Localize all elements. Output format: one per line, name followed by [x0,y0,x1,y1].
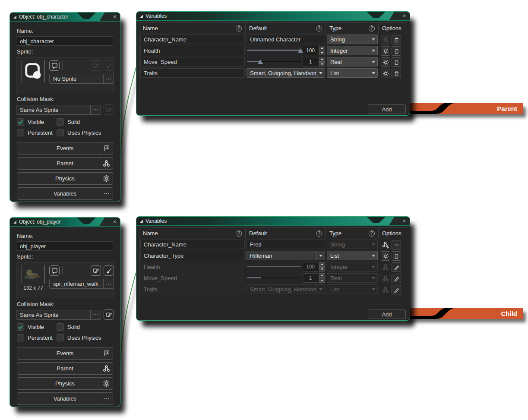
spinner-down-icon[interactable] [319,278,325,283]
variable-name-cell[interactable]: Traits [140,284,245,294]
collision-mask-dropdown[interactable]: Same As Sprite ⋯ [16,105,101,115]
window-titlebar[interactable]: Variables × [136,12,410,21]
sprite-thumbnail[interactable] [22,60,45,82]
resize-grip[interactable] [255,115,292,116]
help-icon[interactable]: ? [236,25,242,32]
collapse-icon[interactable] [13,221,16,224]
spinner-down-icon[interactable] [319,267,325,272]
chevron-down-icon[interactable] [316,251,325,260]
physics-button[interactable]: Physics [17,377,113,390]
collapse-icon[interactable] [140,15,143,18]
collision-mask-dropdown[interactable]: Same As Sprite ⋯ [16,310,101,320]
edit-image-button[interactable] [91,265,101,276]
physics-button[interactable]: Physics [17,172,113,185]
variable-name-cell[interactable]: Traits [140,68,245,78]
chevron-down-icon[interactable] [316,69,325,77]
collapse-icon[interactable] [140,220,143,223]
persistent-checkbox[interactable] [17,129,24,136]
events-button[interactable]: Events [17,347,113,360]
visible-checkbox[interactable] [17,323,24,331]
default-number-input[interactable]: 1 [303,57,318,66]
default-value-slider[interactable] [247,57,302,66]
spinner-up-icon[interactable] [319,57,325,62]
parent-x-icon[interactable] [381,240,390,249]
pencil-button[interactable] [392,274,401,283]
spinner-up-icon[interactable] [319,262,325,267]
flag-icon[interactable] [100,347,113,360]
slider-handle-icon[interactable] [258,60,263,64]
physics-icon[interactable] [100,172,113,185]
close-icon[interactable]: × [403,13,406,19]
variable-name-cell[interactable]: Move_Speed [140,273,245,283]
pencil-button[interactable] [392,262,401,272]
default-value-input[interactable]: Fred [247,240,325,249]
variable-type-dropdown[interactable]: List [327,68,378,78]
variable-type-dropdown[interactable]: List [327,251,378,260]
trash-button[interactable] [392,46,401,56]
default-number-input[interactable]: 100 [303,262,318,272]
gear-button[interactable] [381,57,390,67]
trash-button[interactable] [392,251,401,261]
close-icon[interactable]: × [113,14,116,19]
uses-physics-checkbox[interactable] [57,334,64,341]
new-sprite-button[interactable] [49,265,60,276]
variable-type-dropdown[interactable]: String [327,35,378,44]
visible-checkbox[interactable] [17,118,24,126]
sprite-select-dropdown[interactable]: No Sprite ⋯ [49,74,114,84]
close-icon[interactable]: × [403,218,406,224]
ellipsis-icon[interactable]: ⋯ [103,74,114,83]
ellipsis-icon[interactable]: ⋯ [103,279,114,288]
trash-button[interactable] [392,69,401,78]
help-icon[interactable]: ? [369,231,375,237]
spinner-up-icon[interactable] [319,273,325,278]
default-value-input[interactable]: Unnamed Character [247,35,325,44]
ellipsis-icon[interactable]: ⋯ [90,310,101,319]
chevron-down-icon[interactable] [369,35,377,44]
minus-button[interactable] [392,240,401,249]
variable-type-dropdown[interactable]: Integer [327,46,378,55]
default-value-dropdown[interactable]: Rifleman [247,251,325,260]
pencil-button[interactable] [392,285,401,294]
gear-button[interactable] [381,46,390,56]
trash-button[interactable] [392,35,401,44]
object-name-input[interactable]: obj_player [16,241,114,251]
close-icon[interactable]: × [113,219,116,224]
sprite-thumbnail[interactable] [22,265,45,284]
physics-icon[interactable] [100,377,113,390]
variable-name-cell[interactable]: Move_Speed [140,57,245,66]
variables-button[interactable]: Variables ⋯ [17,392,113,405]
variable-name-cell[interactable]: Character_Name [140,35,245,44]
slider-handle-icon[interactable] [298,48,303,53]
chevron-down-icon[interactable] [369,46,377,55]
default-value-dropdown[interactable]: Smart, Outgoing, Handsome [247,68,325,78]
persistent-checkbox[interactable] [17,334,24,341]
new-sprite-button[interactable] [49,60,60,71]
resize-grip[interactable] [255,320,292,321]
ellipsis-icon[interactable]: ⋯ [100,187,113,200]
default-value-slider[interactable] [247,46,302,55]
parent-tree-icon[interactable] [100,157,113,170]
gear-button[interactable] [381,69,390,78]
variable-name-cell[interactable]: Character_Name [140,240,245,249]
events-button[interactable]: Events [17,142,113,155]
spinner-up-icon[interactable] [319,46,325,51]
chevron-down-icon[interactable] [369,251,377,260]
spinner-down-icon[interactable] [319,62,325,67]
solid-checkbox[interactable] [57,323,64,331]
spinner-down-icon[interactable] [319,51,325,56]
paint-sprite-button[interactable] [104,265,114,276]
solid-checkbox[interactable] [57,118,64,126]
parent-tree-icon[interactable] [100,362,113,375]
window-titlebar[interactable]: Variables × [136,217,410,226]
trash-button[interactable] [392,57,401,67]
variable-name-cell[interactable]: Character_Type [140,251,245,260]
variables-button[interactable]: Variables ⋯ [17,187,113,200]
uses-physics-checkbox[interactable] [57,129,64,136]
flag-icon[interactable] [100,142,113,155]
ellipsis-icon[interactable]: ⋯ [90,105,101,114]
parent-button[interactable]: Parent [17,362,113,375]
add-variable-button[interactable]: Add [368,309,406,319]
default-number-input[interactable]: 1 [303,273,318,283]
help-icon[interactable]: ? [316,25,322,32]
help-icon[interactable]: ? [236,231,242,237]
